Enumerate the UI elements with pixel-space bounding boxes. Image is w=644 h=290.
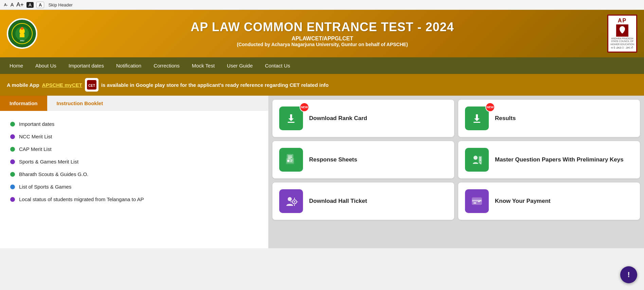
app-banner: A mobile App APSCHE myCET CET is availab… <box>0 74 644 96</box>
card-label-master-question: Master Question Papers With Preliminary … <box>495 156 624 163</box>
svg-rect-4 <box>20 34 24 37</box>
apsche-bottom-text: ANDHRA PRADESHSTATE COUNCIL OFHIGHER EDU… <box>610 37 634 46</box>
nav-notification[interactable]: Notification <box>110 57 147 74</box>
main-nav: Home About Us Important dates Notificati… <box>0 57 644 74</box>
list-item[interactable]: Local status of students migrated from T… <box>10 193 258 206</box>
bullet-dot <box>10 122 15 127</box>
card-label-results: Results <box>495 115 516 122</box>
list-item[interactable]: Important dates <box>10 118 258 130</box>
logo-circle: ANU <box>8 20 36 47</box>
header-center: AP LAW COMMON ENTRANCE TEST - 2024 APLAW… <box>37 20 607 47</box>
card-know-payment[interactable]: Know Your Payment <box>458 182 640 220</box>
new-badge-results: NEW <box>485 102 495 112</box>
svg-rect-18 <box>290 160 292 160</box>
apsche-logo: AP ANDHRA PRADESHSTATE COUNCIL OFHIGHER … <box>607 15 637 53</box>
svg-point-5 <box>21 27 23 30</box>
left-panel: Information Instruction Booklet Importan… <box>0 96 268 248</box>
list-item[interactable]: Sports & Games Merit List <box>10 155 258 168</box>
nav-contact[interactable]: Contact Us <box>259 57 296 74</box>
card-download-rank-card[interactable]: NEW Download Rank Card <box>272 100 454 137</box>
main-content: Information Instruction Booklet Importan… <box>0 96 644 248</box>
list-item[interactable]: CAP Merit List <box>10 143 258 155</box>
card-label-response-sheets: Response Sheets <box>309 156 357 163</box>
new-badge: NEW <box>300 102 309 112</box>
nav-home[interactable]: Home <box>3 57 29 74</box>
svg-point-27 <box>294 201 295 202</box>
svg-rect-7 <box>621 30 623 33</box>
svg-rect-19 <box>290 161 292 162</box>
site-subtitle: APLAWCET/APPGLCET <box>37 36 607 42</box>
svg-rect-11 <box>473 122 480 123</box>
apsche-icon <box>616 24 628 37</box>
site-title: AP LAW COMMON ENTRANCE TEST - 2024 <box>37 20 607 34</box>
card-master-question[interactable]: Master Question Papers With Preliminary … <box>458 141 640 178</box>
apsche-telugu: అధ్యాయన మండలి <box>611 46 633 50</box>
list-item[interactable]: List of Sports & Games <box>10 180 258 193</box>
card-label-rank-card: Download Rank Card <box>309 115 367 122</box>
theme-black-btn[interactable]: A <box>26 2 34 8</box>
svg-rect-10 <box>288 122 294 123</box>
nav-userguide[interactable]: User Guide <box>221 57 259 74</box>
svg-rect-13 <box>288 156 292 156</box>
bullet-dot <box>10 185 15 189</box>
cards-grid: NEW Download Rank Card NEW Results <box>268 96 644 248</box>
download-rank-card-icon <box>279 107 303 130</box>
svg-rect-23 <box>480 159 481 159</box>
list-item-label: Important dates <box>19 121 54 127</box>
banner-prefix: A mobile App <box>7 82 39 88</box>
theme-white-btn[interactable]: A <box>36 2 44 8</box>
nav-mock[interactable]: Mock Test <box>186 57 221 74</box>
list-item-label: CAP Merit List <box>19 146 52 152</box>
font-large-btn[interactable]: A+ <box>16 1 23 8</box>
list-item-label: Sports & Games Merit List <box>19 159 78 165</box>
banner-suffix: is available in Google play store for th… <box>101 82 329 88</box>
know-payment-icon <box>465 189 489 213</box>
card-label-hall-ticket: Download Hall Ticket <box>309 197 367 205</box>
nav-dates[interactable]: Important dates <box>62 57 110 74</box>
response-sheets-icon <box>279 148 303 172</box>
card-results[interactable]: NEW Results <box>458 100 640 137</box>
bullet-dot <box>10 159 15 164</box>
tabs-container: Information Instruction Booklet <box>0 96 268 111</box>
font-small-btn[interactable]: A- <box>4 3 8 7</box>
accessibility-bar: A- A A+ A A Skip Header <box>0 0 644 10</box>
svg-rect-17 <box>287 160 289 162</box>
svg-rect-14 <box>288 157 292 158</box>
site-conducted: (Conducted by Acharya Nagarjuna Universi… <box>37 42 607 47</box>
svg-text:ANU: ANU <box>20 40 24 42</box>
bullet-dot <box>10 197 15 202</box>
svg-rect-30 <box>473 202 476 204</box>
tab-instruction-booklet[interactable]: Instruction Booklet <box>47 96 113 111</box>
card-hall-ticket[interactable]: Download Hall Ticket <box>272 182 454 220</box>
nav-corrections[interactable]: Corrections <box>147 57 186 74</box>
list-item[interactable]: NCC Merit List <box>10 130 258 143</box>
card-response-sheets[interactable]: Response Sheets <box>272 141 454 178</box>
results-icon <box>465 107 489 130</box>
svg-text:CET: CET <box>88 84 95 88</box>
university-logo: ANU <box>7 18 37 49</box>
bullet-dot <box>10 147 15 152</box>
list-item-label: Bharath Scouts & Guides G.O. <box>19 171 88 177</box>
list-item-label: List of Sports & Games <box>19 184 71 190</box>
list-item-label: NCC Merit List <box>19 134 52 139</box>
apsche-logo-inner: AP ANDHRA PRADESHSTATE COUNCIL OFHIGHER … <box>610 18 634 50</box>
list-item-label: Local status of students migrated from T… <box>19 196 144 202</box>
site-header: ANU AP LAW COMMON ENTRANCE TEST - 2024 A… <box>0 10 644 57</box>
card-label-know-payment: Know Your Payment <box>495 197 551 205</box>
banner-app-icon: CET <box>85 78 99 92</box>
bullet-dot <box>10 172 15 177</box>
bullet-dot <box>10 134 15 139</box>
skip-header-link[interactable]: Skip Header <box>48 2 73 7</box>
svg-rect-24 <box>480 160 481 161</box>
list-item[interactable]: Bharath Scouts & Guides G.O. <box>10 168 258 180</box>
apsche-label: AP <box>618 18 627 24</box>
font-normal-btn[interactable]: A <box>11 2 14 7</box>
tab-information[interactable]: Information <box>0 96 47 111</box>
banner-app-name[interactable]: APSCHE myCET <box>42 82 82 88</box>
info-list: Important dates NCC Merit List CAP Merit… <box>0 111 268 212</box>
svg-rect-22 <box>480 157 481 158</box>
master-question-icon <box>465 148 489 172</box>
nav-about[interactable]: About Us <box>29 57 62 74</box>
svg-point-25 <box>288 197 292 201</box>
hall-ticket-icon <box>279 189 303 213</box>
